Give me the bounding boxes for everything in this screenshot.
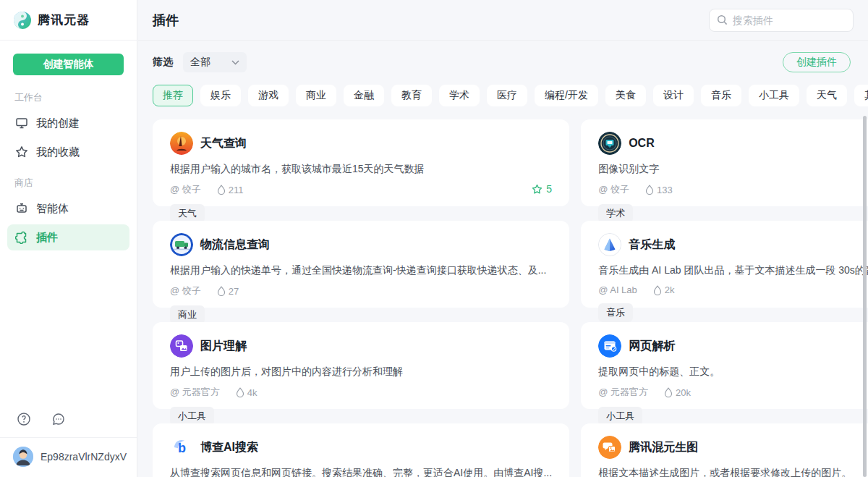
category-tabs: 推荐 娱乐 游戏 商业 金融 教育 学术 医疗 编程/开发 美食 设计 音乐 小…	[138, 72, 868, 106]
tab-academic[interactable]: 学术	[439, 85, 480, 106]
tab-finance[interactable]: 金融	[344, 85, 384, 106]
logistics-plugin-icon	[170, 233, 193, 256]
sidebar-item-my-favorites[interactable]: 我的收藏	[7, 139, 129, 165]
create-agent-button[interactable]: 创建智能体	[13, 54, 124, 75]
avatar	[13, 447, 33, 467]
search-box[interactable]	[709, 9, 854, 32]
tab-medical[interactable]: 医疗	[487, 85, 527, 106]
sidebar-section-workspace: 工作台	[0, 81, 137, 109]
plugin-title: OCR	[629, 137, 655, 150]
plugin-card-image-understanding[interactable]: 图片理解 用户上传的图片后，对图片中的内容进行分析和理解 @ 元器官方 4k 小…	[153, 322, 569, 409]
plugin-title: 图片理解	[200, 339, 247, 354]
plugin-card-music[interactable]: 音乐生成 音乐生成由 AI Lab 团队出品，基于文本描述生成一段 30s的音乐…	[581, 221, 868, 308]
plugin-title: 网页解析	[629, 339, 675, 354]
tab-business[interactable]: 商业	[296, 85, 336, 106]
sidebar-item-label: 插件	[36, 231, 58, 245]
filter-dropdown[interactable]: 全部	[183, 52, 247, 72]
tab-recommended[interactable]: 推荐	[153, 85, 193, 106]
heat-icon	[236, 387, 244, 397]
create-plugin-button[interactable]: 创建插件	[783, 52, 851, 72]
plugin-grid: 天气查询 根据用户输入的城市名，获取该城市最近15天的天气数据 @ 饺子 211…	[138, 106, 868, 477]
star-rating-icon	[532, 184, 542, 195]
search-input[interactable]	[733, 14, 834, 26]
plugin-title: 天气查询	[200, 136, 247, 151]
sidebar-item-label: 我的创建	[36, 117, 80, 130]
user-profile[interactable]: Ep98zraVlrNZdyxV	[0, 437, 137, 477]
search-icon	[717, 14, 728, 25]
plugin-author: @ 元器官方	[170, 386, 220, 399]
weather-plugin-icon	[170, 132, 193, 155]
plugin-tag: 音乐	[598, 303, 633, 322]
sidebar-item-my-creations[interactable]: 我的创建	[7, 110, 129, 136]
heat-count: 4k	[247, 387, 258, 398]
tab-music[interactable]: 音乐	[701, 85, 741, 106]
heat-icon	[653, 285, 662, 295]
tab-food[interactable]: 美食	[605, 85, 646, 106]
tab-entertainment[interactable]: 娱乐	[200, 85, 241, 106]
tab-other[interactable]: 其他	[854, 85, 868, 106]
filter-value: 全部	[190, 56, 210, 69]
star-icon	[14, 145, 29, 159]
page-title: 插件	[153, 12, 179, 29]
web-plugin-icon	[598, 334, 621, 358]
plugin-card-bocha-search[interactable]: b 博查AI搜索 从博查搜索网页信息和网页链接。搜索结果准确、完整，更适合AI使…	[153, 423, 569, 477]
tab-education[interactable]: 教育	[391, 85, 432, 106]
logo-text: 腾讯元器	[38, 12, 90, 28]
username: Ep98zraVlrNZdyxV	[41, 451, 127, 463]
image-plugin-icon	[170, 334, 193, 358]
tab-weather[interactable]: 天气	[807, 85, 847, 106]
heat-icon	[664, 387, 673, 397]
heat-count: 20k	[676, 387, 691, 398]
plugin-card-weather[interactable]: 天气查询 根据用户输入的城市名，获取该城市最近15天的天气数据 @ 饺子 211…	[153, 119, 569, 206]
heat-count: 211	[229, 185, 244, 195]
filter-label: 筛选	[153, 56, 173, 69]
plugin-title: 腾讯混元生图	[629, 440, 698, 455]
puzzle-icon	[14, 230, 29, 245]
sidebar-item-plugins[interactable]: 插件	[7, 224, 129, 250]
svg-text:b: b	[178, 441, 186, 455]
logo-icon	[13, 11, 32, 30]
tab-games[interactable]: 游戏	[248, 85, 289, 106]
plugin-description: 音乐生成由 AI Lab 团队出品，基于文本描述生成一段 30s的音乐	[598, 264, 868, 277]
main-content: 插件 筛选 全部 创建插件 推荐 娱乐 游戏 商业 金融 教育	[138, 0, 868, 477]
vertical-scrollbar[interactable]	[863, 116, 867, 477]
bocha-plugin-icon: b	[170, 436, 193, 459]
plugin-description: 提取网页中的标题、正文。	[598, 366, 868, 379]
heat-icon	[645, 185, 654, 195]
plugin-description: 用户上传的图片后，对图片中的内容进行分析和理解	[170, 366, 552, 379]
plugin-description: 图像识别文字	[598, 163, 868, 176]
help-icon[interactable]	[16, 411, 32, 427]
sidebar-item-label: 智能体	[36, 202, 69, 216]
plugin-title: 博查AI搜索	[200, 440, 258, 455]
feedback-icon[interactable]	[51, 411, 67, 427]
plugin-card-hunyuan-image[interactable]: 腾讯混元生图 根据文本描述生成图片，或者根据要求修改上传的图片。	[581, 423, 868, 477]
ocr-plugin-icon	[598, 132, 621, 155]
sidebar-item-agents[interactable]: 智能体	[7, 195, 129, 221]
heat-icon	[217, 185, 226, 195]
plugin-author: @ AI Lab	[598, 284, 637, 295]
plugin-title: 音乐生成	[629, 237, 675, 253]
music-plugin-icon	[598, 233, 621, 256]
plugin-description: 根据用户输入的快递单号，通过全国快递物流查询-快递查询接口获取快递状态、及...	[170, 264, 552, 277]
plugin-card-web-parser[interactable]: 网页解析 提取网页中的标题、正文。 @ 元器官方 20k 小工具	[581, 322, 868, 409]
plugin-description: 从博查搜索网页信息和网页链接。搜索结果准确、完整，更适合AI使用。由博查AI搜.…	[170, 467, 552, 477]
plugin-author: @ 元器官方	[598, 386, 648, 399]
tab-tools[interactable]: 小工具	[749, 85, 799, 106]
plugin-author: @ 饺子	[170, 284, 201, 297]
star-rating-value: 5	[546, 183, 552, 195]
plugin-author: @ 饺子	[170, 183, 201, 196]
plugin-card-ocr[interactable]: OCR 图像识别文字 @ 饺子 133 学术	[581, 119, 868, 206]
tab-programming[interactable]: 编程/开发	[535, 85, 598, 106]
sidebar-item-label: 我的收藏	[36, 145, 80, 159]
heat-count: 133	[657, 185, 673, 195]
robot-icon	[14, 201, 29, 216]
sidebar: 腾讯元器 创建智能体 工作台 我的创建 我的收藏 商店	[0, 0, 137, 477]
tab-design[interactable]: 设计	[653, 85, 694, 106]
logo[interactable]: 腾讯元器	[0, 0, 137, 41]
plugin-card-logistics[interactable]: 物流信息查询 根据用户输入的快递单号，通过全国快递物流查询-快递查询接口获取快递…	[153, 221, 569, 308]
plugin-author: @ 饺子	[598, 183, 629, 196]
plugin-description: 根据用户输入的城市名，获取该城市最近15天的天气数据	[170, 163, 552, 176]
plugin-description: 根据文本描述生成图片，或者根据要求修改上传的图片。	[598, 467, 868, 477]
heat-count: 2k	[665, 284, 675, 295]
monitor-icon	[14, 116, 29, 130]
